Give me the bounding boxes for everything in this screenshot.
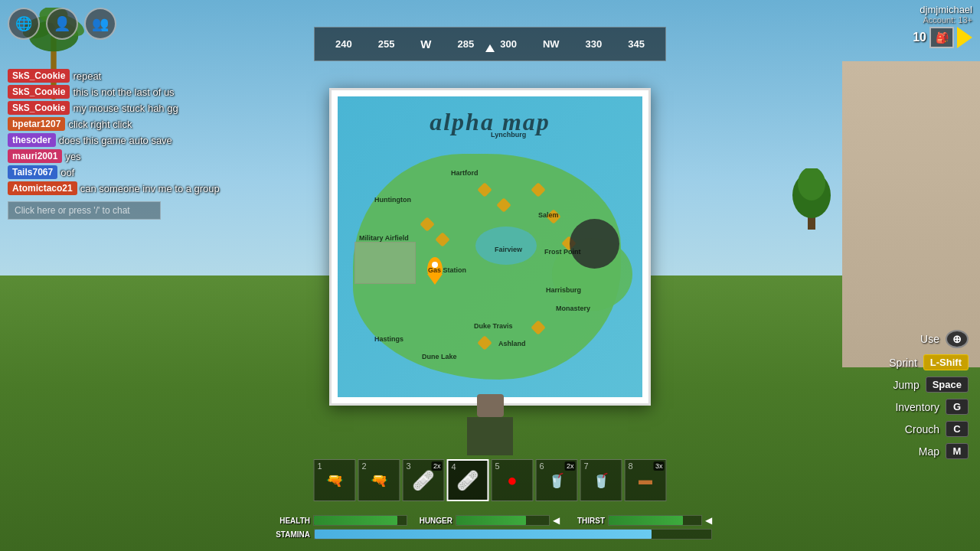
chat-username-1: SkS_Cookie xyxy=(8,69,70,83)
stamina-label: STAMINA xyxy=(268,530,310,539)
stamina-row: STAMINA xyxy=(268,529,712,540)
chat-username-3: SkS_Cookie xyxy=(8,101,70,115)
hunger-arrow-icon: ◀ xyxy=(553,515,560,526)
map-inner: alpha map Lynchburg Hartford Huntington … xyxy=(338,96,642,397)
health-bar-fill xyxy=(314,516,397,525)
chat-message-2: SkS_Cookie this is not the last of us xyxy=(8,85,253,99)
slot-item-8: ▬ xyxy=(639,472,652,488)
hotbar-slot-7[interactable]: 7 🥤 xyxy=(580,459,622,501)
slot-number-4: 4 xyxy=(452,462,456,471)
map-overlay: alpha map Lynchburg Hartford Huntington … xyxy=(329,88,651,406)
map-location-huntington: Huntington xyxy=(374,196,411,204)
thirst-bar-fill xyxy=(609,516,683,525)
char-head xyxy=(477,394,504,417)
chat-username-7: Tails7067 xyxy=(8,165,57,179)
chat-username-5: thesoder xyxy=(8,133,56,147)
dark-zone-icon xyxy=(570,219,619,269)
chat-area: SkS_Cookie repeat SkS_Cookie this is not… xyxy=(8,69,253,220)
slot-number-3: 3 xyxy=(407,461,411,471)
keybind-map: Map M xyxy=(919,443,969,459)
hotbar-slot-2[interactable]: 2 🔫 xyxy=(358,459,400,501)
map-location-frostpoint: Frost Point xyxy=(544,248,581,256)
map-location-ashland: Ashland xyxy=(498,340,526,347)
slot-item-3: 🩹 xyxy=(412,470,435,491)
thirst-label: THIRST xyxy=(563,517,605,525)
health-label: HEALTH xyxy=(268,517,310,525)
map-title: alpha map xyxy=(430,108,550,136)
chat-text-8: can someone inv me to a group xyxy=(80,183,220,194)
slot-number-8: 8 xyxy=(629,461,633,471)
slot-number-6: 6 xyxy=(540,461,544,471)
inventory-label: Inventory xyxy=(895,401,939,413)
slot-item-1: 🔫 xyxy=(326,472,343,489)
chat-text-1: repeat xyxy=(73,70,101,82)
right-hud: Use ⊕ Sprint L-Shift Jump Space Inventor… xyxy=(889,330,969,459)
keybind-jump: Jump Space xyxy=(893,377,969,393)
slot-number-1: 1 xyxy=(318,461,322,471)
chat-text-7: oof xyxy=(60,167,74,178)
jump-label: Jump xyxy=(893,379,919,391)
slot-item-6: 🥤 xyxy=(548,472,565,489)
chat-message-7: Tails7067 oof xyxy=(8,165,253,179)
hotbar-slot-3[interactable]: 3 2x 🩹 xyxy=(403,459,445,501)
chat-username-6: mauri2001 xyxy=(8,149,62,163)
hunger-bar-fill xyxy=(456,516,526,525)
slot-number-5: 5 xyxy=(495,461,500,471)
chat-username-2: SkS_Cookie xyxy=(8,85,70,99)
sprint-key-badge: L-Shift xyxy=(923,354,969,370)
slot-item-4: 🩹 xyxy=(456,470,479,491)
char-body xyxy=(467,417,513,455)
slot-badge-8: 3x xyxy=(654,461,665,471)
keybind-sprint: Sprint L-Shift xyxy=(889,354,969,370)
keybind-crouch: Crouch C xyxy=(905,421,969,437)
slot-item-5: ● xyxy=(507,471,517,491)
map-location-dunelake: Dune Lake xyxy=(422,353,457,360)
hotbar-slot-4[interactable]: 4 🩹 xyxy=(447,459,489,501)
map-location-duketravis: Duke Travis xyxy=(474,322,513,330)
hotbar-slot-1[interactable]: 1 🔫 xyxy=(314,459,356,501)
chat-message-6: mauri2001 yes xyxy=(8,149,253,163)
map-location-military: Military Airfield xyxy=(359,234,409,242)
slot-badge-6: 2x xyxy=(565,461,576,471)
slot-badge-3: 2x xyxy=(432,461,443,471)
sprint-label: Sprint xyxy=(889,357,917,369)
hunger-bar-container xyxy=(456,515,550,526)
chat-text-4: click right click xyxy=(68,119,132,130)
hotbar-slot-5[interactable]: 5 ● xyxy=(492,459,534,501)
svg-point-7 xyxy=(798,168,825,201)
status-bars: HEALTH HUNGER ◀ THIRST ◀ STAMINA xyxy=(268,515,712,540)
slot-number-7: 7 xyxy=(584,461,589,471)
map-location-monastery: Monastery xyxy=(556,305,590,312)
thirst-bar-container xyxy=(608,515,702,526)
health-bar-container xyxy=(313,515,407,526)
jump-key-badge: Space xyxy=(926,377,969,393)
crouch-label: Crouch xyxy=(905,423,939,435)
use-key-badge: ⊕ xyxy=(946,330,969,348)
chat-text-6: yes xyxy=(65,151,80,162)
map-location-salem: Salem xyxy=(538,211,559,219)
tree-icon xyxy=(789,168,835,230)
map-key-badge: M xyxy=(946,443,969,459)
crouch-key-badge: C xyxy=(946,421,969,437)
slot-item-2: 🔫 xyxy=(371,472,387,489)
map-label: Map xyxy=(919,445,939,458)
airfield-area xyxy=(354,242,416,284)
stamina-bar-container xyxy=(314,529,712,540)
chat-text-3: my mouse stuck hah gg xyxy=(73,103,178,114)
slot-number-2: 2 xyxy=(362,461,367,471)
hotbar-slot-6[interactable]: 6 2x 🥤 xyxy=(536,459,578,501)
chat-message-3: SkS_Cookie my mouse stuck hah gg xyxy=(8,101,253,115)
hotbar-slot-8[interactable]: 8 3x ▬ xyxy=(625,459,667,501)
map-location-harrisburg: Harrisburg xyxy=(546,286,581,294)
map-location-fairview: Fairview xyxy=(495,246,522,253)
chat-input[interactable]: Click here or press '/' to chat xyxy=(8,201,161,220)
chat-username-8: Atomictaco21 xyxy=(8,181,77,195)
building xyxy=(842,61,980,367)
inventory-key-badge: G xyxy=(946,399,969,415)
map-location-lynchburg: Lynchburg xyxy=(491,131,526,139)
chat-text-5: does this game auto save xyxy=(59,135,172,146)
stamina-bar-fill xyxy=(315,530,652,539)
map-location-hartford: Hartford xyxy=(451,169,479,177)
chat-message-8: Atomictaco21 can someone inv me to a gro… xyxy=(8,181,253,195)
hunger-label: HUNGER xyxy=(410,517,452,525)
